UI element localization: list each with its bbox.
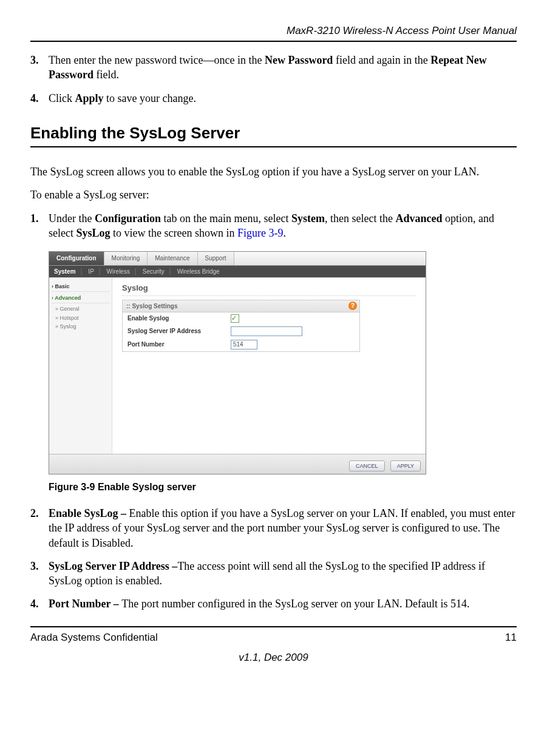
list-item-3: 3. Then enter the new password twice—onc…: [30, 53, 517, 83]
screenshot-footer: CANCEL APPLY: [49, 454, 426, 474]
bold-text: New Password: [265, 54, 333, 66]
text: tab on the main menu, select: [161, 212, 291, 224]
figure-screenshot: Configuration Monitoring Maintenance Sup…: [49, 251, 517, 474]
item-number: 1.: [30, 211, 49, 241]
content-title: Syslog: [122, 283, 416, 296]
sidebar: › Basic › Advanced » General » Hotspot »…: [49, 278, 112, 454]
tab-support[interactable]: Support: [198, 252, 234, 265]
cancel-button[interactable]: CANCEL: [349, 461, 385, 471]
paragraph: The SysLog screen allows you to enable t…: [30, 164, 517, 179]
item-body: Port Number – The port number configured…: [49, 596, 517, 611]
section-rule: [30, 146, 517, 147]
bold-text: Advanced: [395, 212, 442, 224]
help-icon[interactable]: ?: [348, 302, 357, 310]
figure-link[interactable]: Figure 3-9: [237, 227, 284, 239]
list-item-4: 4. Click Apply to save your change.: [30, 91, 517, 106]
sidebar-basic-label: Basic: [55, 283, 70, 289]
separator: ┊: [98, 268, 101, 275]
sidebar-item-hotspot[interactable]: » Hotspot: [52, 314, 109, 322]
panel: › Basic › Advanced » General » Hotspot »…: [49, 277, 426, 454]
separator: ┊: [80, 268, 83, 275]
field-syslog-ip: Syslog Server IP Address: [123, 325, 359, 338]
bold-text: Enable SysLog –: [49, 507, 129, 519]
field-enable-syslog: Enable Syslog: [123, 312, 359, 325]
section-heading: Enabling the SysLog Server: [30, 123, 517, 144]
enable-syslog-checkbox[interactable]: [231, 314, 239, 323]
settings-title: :: Syslog Settings ?: [123, 300, 359, 313]
item-body: Enable SysLog – Enable this option if yo…: [49, 506, 517, 550]
item-number: 3.: [30, 559, 49, 589]
footer-rule: [30, 626, 517, 627]
tab-monitoring[interactable]: Monitoring: [104, 252, 148, 265]
bold-text: SysLog: [76, 227, 110, 239]
separator: ┊: [168, 268, 172, 275]
text: field.: [93, 69, 119, 81]
item-body: Click Apply to save your change.: [49, 91, 517, 106]
sidebar-item-general[interactable]: » General: [52, 305, 109, 313]
bold-text: Apply: [75, 92, 104, 104]
settings-box: :: Syslog Settings ? Enable Syslog Syslo…: [122, 300, 360, 353]
tab-maintenance[interactable]: Maintenance: [148, 252, 197, 265]
sidebar-advanced[interactable]: › Advanced: [52, 293, 109, 303]
sidebar-item-label: General: [60, 306, 80, 312]
sidebar-basic[interactable]: › Basic: [52, 282, 109, 292]
sidebar-item-label: Syslog: [60, 323, 76, 329]
subnav-security[interactable]: Security: [143, 268, 165, 275]
figure-caption: Figure 3-9 Enable Syslog server: [49, 481, 517, 494]
paragraph: To enable a SysLog server:: [30, 187, 517, 202]
list-item-4b: 4. Port Number – The port number configu…: [30, 596, 517, 611]
bold-text: SysLog Server IP Address –: [49, 560, 177, 572]
text: .: [283, 227, 286, 239]
field-label: Port Number: [127, 340, 231, 349]
header-title: MaxR-3210 Wireless-N Access Point User M…: [30, 24, 517, 38]
syslog-ip-input[interactable]: [231, 326, 302, 336]
list-item-2b: 2. Enable SysLog – Enable this option if…: [30, 506, 517, 550]
footer-left: Arada Systems Confidential: [30, 631, 158, 645]
sidebar-advanced-label: Advanced: [55, 295, 81, 301]
footer: Arada Systems Confidential 11: [30, 631, 517, 645]
port-number-input[interactable]: 514: [231, 340, 257, 349]
text: Click: [49, 92, 75, 104]
text: Then enter the new password twice—once i…: [49, 54, 265, 66]
subnav-wireless-bridge[interactable]: Wireless Bridge: [177, 268, 220, 275]
item-number: 3.: [30, 53, 49, 83]
text: Under the: [49, 212, 95, 224]
bold-text: System: [291, 212, 325, 224]
subnav-wireless[interactable]: Wireless: [107, 268, 130, 275]
item-body: Under the Configuration tab on the main …: [49, 211, 517, 241]
separator: ┊: [134, 268, 137, 275]
page-number: 11: [505, 631, 517, 645]
bold-text: Configuration: [95, 212, 161, 224]
screenshot-ui: Configuration Monitoring Maintenance Sup…: [49, 251, 426, 474]
text: to view the screen shown in: [110, 227, 237, 239]
tab-configuration[interactable]: Configuration: [49, 252, 104, 265]
text: to save your change.: [104, 92, 196, 104]
text: The port number configured in the SysLog…: [121, 598, 469, 610]
subnav-ip[interactable]: IP: [88, 268, 93, 275]
text: field and again in the: [333, 54, 430, 66]
sidebar-item-syslog[interactable]: » Syslog: [52, 322, 109, 331]
text: , then select the: [325, 212, 395, 224]
subnav-system[interactable]: System: [54, 268, 76, 275]
list-item-1: 1. Under the Configuration tab on the ma…: [30, 211, 517, 241]
footer-version: v1.1, Dec 2009: [30, 651, 517, 665]
content-area: Syslog :: Syslog Settings ? Enable Syslo…: [112, 278, 426, 454]
item-number: 2.: [30, 506, 49, 550]
settings-title-text: Syslog Settings: [132, 303, 177, 309]
field-port-number: Port Number 514: [123, 338, 359, 351]
item-body: SysLog Server IP Address –The access poi…: [49, 559, 517, 589]
item-number: 4.: [30, 596, 49, 611]
sub-nav: System┊ IP┊ Wireless┊ Security┊ Wireless…: [49, 266, 426, 278]
list-item-3b: 3. SysLog Server IP Address –The access …: [30, 559, 517, 589]
field-label: Enable Syslog: [127, 314, 231, 323]
tab-bar: Configuration Monitoring Maintenance Sup…: [49, 252, 426, 266]
sidebar-item-label: Hotspot: [60, 315, 79, 321]
header-rule: [30, 41, 517, 42]
item-body: Then enter the new password twice—once i…: [49, 53, 517, 83]
apply-button[interactable]: APPLY: [390, 461, 421, 471]
field-label: Syslog Server IP Address: [127, 327, 231, 336]
bold-text: Port Number –: [49, 598, 121, 610]
item-number: 4.: [30, 91, 49, 106]
